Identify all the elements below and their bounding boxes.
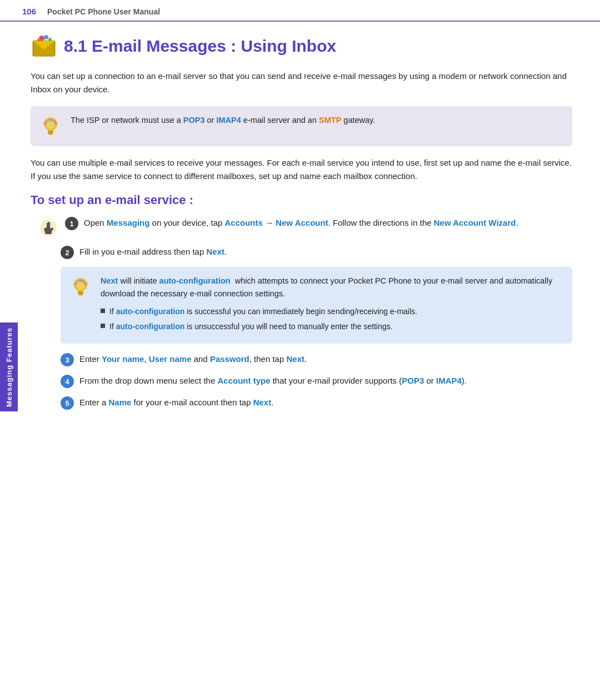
section-heading: To set up an e-mail service : xyxy=(31,193,572,207)
step-5-text: Enter a Name for your e-mail account the… xyxy=(79,396,572,409)
steps-area: 1 Open Messaging on your device, tap Acc… xyxy=(36,216,572,410)
intro-paragraph: You can set up a connection to an e-mail… xyxy=(31,69,572,96)
step-4-group: 4 From the drop down menu select the Acc… xyxy=(61,374,572,388)
step-3-badge: 3 xyxy=(61,353,74,366)
info-note-box: The ISP or network must use a POP3 or IM… xyxy=(31,106,572,146)
page-number: 106 xyxy=(22,7,36,16)
step-2-group: 2 Fill in you e-mail address then tap Ne… xyxy=(61,245,572,259)
svg-rect-10 xyxy=(48,133,53,135)
step-5-group: 5 Enter a Name for your e-mail account t… xyxy=(61,396,572,410)
side-tab: Messaging Features xyxy=(0,322,18,411)
svg-point-6 xyxy=(37,38,41,42)
step-3-text: Enter Your name, User name and Password,… xyxy=(79,353,572,366)
step1-pointer-col xyxy=(36,216,61,237)
info-note-text: The ISP or network must use a POP3 or IM… xyxy=(71,114,375,127)
note-box-content: Next will initiate auto-configuration wh… xyxy=(101,275,562,336)
note-lightbulb-icon xyxy=(68,275,93,299)
step-4-text: From the drop down menu select the Accou… xyxy=(79,374,572,388)
note-bullet-2: If auto-configuration is unsuccessful yo… xyxy=(101,321,562,332)
step-1-badge: 1 xyxy=(65,217,78,230)
pointer-icon xyxy=(39,219,58,237)
step-3-group: 3 Enter Your name, User name and Passwor… xyxy=(61,353,572,366)
main-content: 8.1 E-mail Messages : Using Inbox You ca… xyxy=(0,22,600,434)
chapter-heading: 8.1 E-mail Messages : Using Inbox xyxy=(64,37,336,56)
step-4-badge: 4 xyxy=(61,375,74,388)
svg-point-4 xyxy=(44,35,48,39)
step-5-badge: 5 xyxy=(61,396,74,410)
bullet-icon-2 xyxy=(101,324,105,328)
step-1-group: 1 Open Messaging on your device, tap Acc… xyxy=(36,216,572,237)
svg-rect-16 xyxy=(78,294,83,295)
svg-rect-9 xyxy=(48,131,53,133)
email-icon xyxy=(31,33,57,59)
manual-title: Pocket PC Phone User Manual xyxy=(47,7,160,16)
note-bullet-1: If auto-configuration is successful you … xyxy=(101,306,562,317)
body-paragraph: You can use multiple e-mail services to … xyxy=(31,156,572,183)
svg-point-5 xyxy=(48,38,52,41)
side-tab-label: Messaging Features xyxy=(5,327,13,407)
svg-rect-15 xyxy=(78,291,83,294)
chapter-title: 8.1 E-mail Messages : Using Inbox xyxy=(31,33,572,59)
page-header: 106 Pocket PC Phone User Manual xyxy=(0,0,600,22)
note-intro-text: Next will initiate auto-configuration wh… xyxy=(101,275,562,300)
step-2-text: Fill in you e-mail address then tap Next… xyxy=(79,245,572,259)
step-2-badge: 2 xyxy=(61,246,74,259)
note-box: Next will initiate auto-configuration wh… xyxy=(61,267,572,344)
lightbulb-icon xyxy=(38,114,63,138)
step-1-text: Open Messaging on your device, tap Accou… xyxy=(84,216,572,230)
bullet-icon-1 xyxy=(101,309,105,313)
